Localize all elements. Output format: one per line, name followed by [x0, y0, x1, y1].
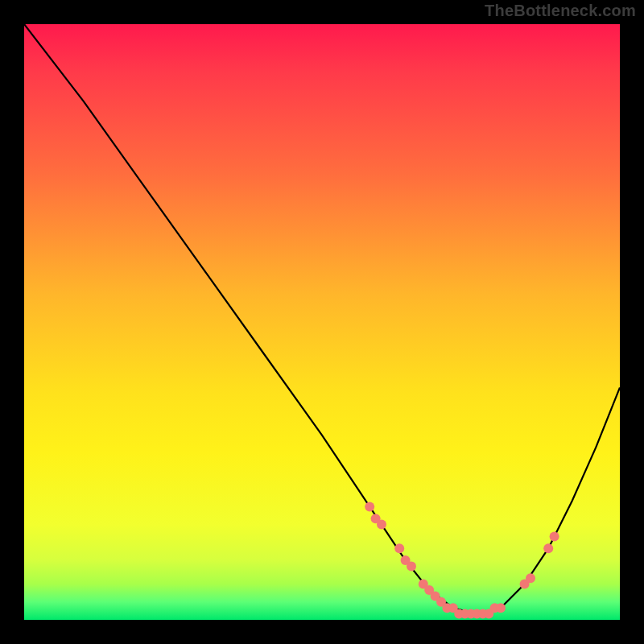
data-point-marker	[407, 561, 416, 571]
data-point-marker	[550, 531, 559, 541]
data-point-markers	[365, 502, 559, 618]
data-point-marker	[543, 543, 553, 553]
bottleneck-curve-line	[24, 24, 620, 614]
attribution-label: TheBottleneck.com	[485, 2, 636, 20]
data-point-marker	[394, 543, 404, 553]
data-point-marker	[496, 603, 506, 613]
chart-plot-area	[24, 24, 620, 620]
data-point-marker	[365, 502, 374, 511]
data-point-marker	[526, 573, 535, 583]
data-point-marker	[377, 520, 386, 530]
bottleneck-curve-chart	[24, 24, 620, 620]
